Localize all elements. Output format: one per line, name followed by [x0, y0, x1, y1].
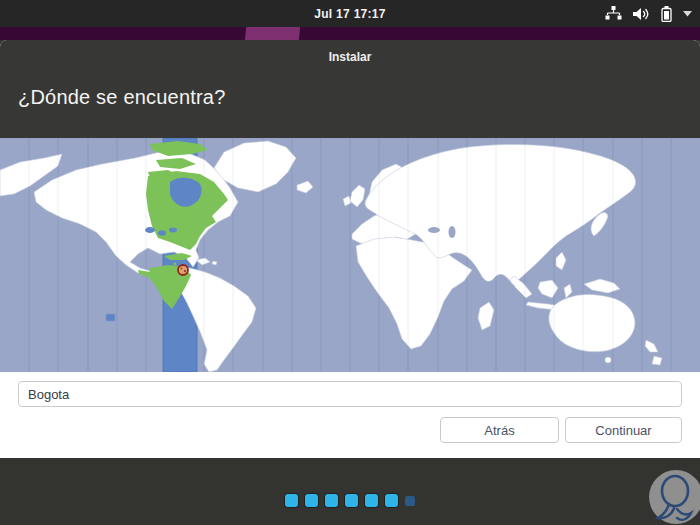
timezone-exclave-box — [106, 314, 115, 321]
location-input[interactable] — [18, 381, 682, 407]
back-button[interactable]: Atrás — [440, 417, 559, 443]
installer-window: Instalar ¿Dónde se encuentra? — [0, 40, 700, 525]
window-header: Instalar ¿Dónde se encuentra? — [0, 40, 700, 138]
page-title: ¿Dónde se encuentra? — [18, 86, 225, 109]
wallpaper-arc-shape — [245, 27, 301, 40]
progress-dot — [385, 494, 398, 507]
desktop-wallpaper-strip — [0, 27, 700, 40]
installer-footer — [0, 458, 700, 525]
progress-dot — [325, 494, 338, 507]
action-buttons: Atrás Continuar — [18, 417, 682, 443]
watermark-logo — [646, 463, 700, 525]
progress-dot — [345, 494, 358, 507]
window-title: Instalar — [0, 50, 700, 64]
network-wired-icon — [605, 6, 622, 21]
progress-dot — [405, 496, 415, 506]
selected-location-pin[interactable] — [178, 265, 188, 275]
timezone-map[interactable] — [0, 138, 700, 372]
progress-dot — [305, 494, 318, 507]
caret-down-icon — [683, 11, 692, 17]
battery-icon — [661, 6, 672, 22]
clock[interactable]: Jul 17 17:17 — [314, 7, 386, 21]
progress-dot — [285, 494, 298, 507]
location-form: Atrás Continuar — [0, 372, 700, 458]
system-tray[interactable] — [605, 0, 692, 27]
progress-dot — [365, 494, 378, 507]
progress-dots — [0, 494, 700, 507]
system-top-bar: Jul 17 17:17 — [0, 0, 700, 27]
world-map-svg[interactable] — [0, 138, 700, 372]
continue-button[interactable]: Continuar — [565, 417, 682, 443]
volume-icon — [633, 7, 650, 21]
